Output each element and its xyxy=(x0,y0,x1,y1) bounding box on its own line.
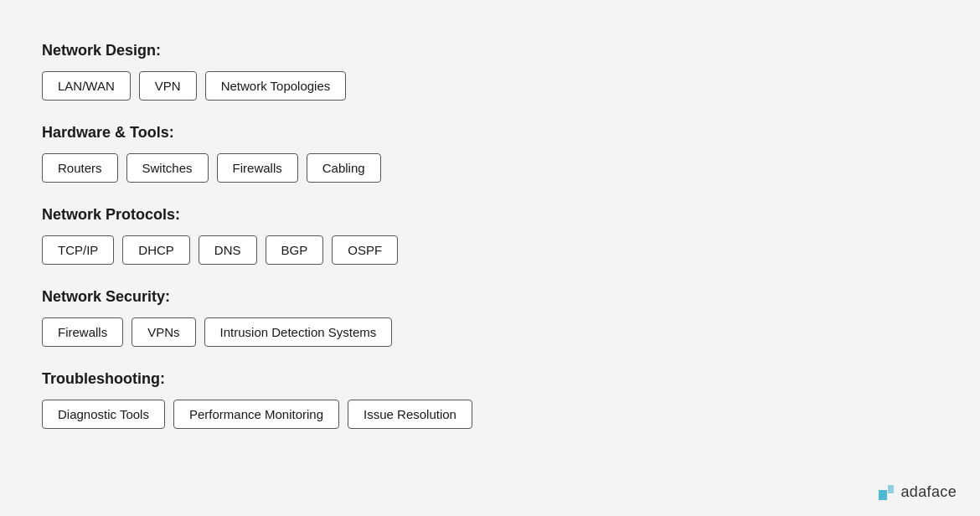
section-hardware-tools: Hardware & Tools:RoutersSwitchesFirewall… xyxy=(42,124,938,183)
svg-rect-1 xyxy=(888,485,894,493)
tag-item[interactable]: Firewalls xyxy=(217,153,298,183)
tag-item[interactable]: Cabling xyxy=(307,153,381,183)
svg-rect-0 xyxy=(879,490,887,500)
section-network-design: Network Design:LAN/WANVPNNetwork Topolog… xyxy=(42,42,938,101)
tag-item[interactable]: OSPF xyxy=(332,235,398,265)
tag-item[interactable]: VPN xyxy=(139,71,197,101)
tags-network-security: FirewallsVPNsIntrusion Detection Systems xyxy=(42,317,938,347)
tag-item[interactable]: Routers xyxy=(42,153,118,183)
tags-troubleshooting: Diagnostic ToolsPerformance MonitoringIs… xyxy=(42,400,938,429)
tag-item[interactable]: Diagnostic Tools xyxy=(42,400,165,429)
section-title-network-security: Network Security: xyxy=(42,288,938,306)
section-troubleshooting: Troubleshooting:Diagnostic ToolsPerforma… xyxy=(42,370,938,429)
brand-name: adaface xyxy=(900,483,957,501)
tag-item[interactable]: DNS xyxy=(199,235,257,265)
section-title-network-protocols: Network Protocols: xyxy=(42,206,938,224)
tag-item[interactable]: Performance Monitoring xyxy=(173,400,339,429)
tag-item[interactable]: Switches xyxy=(126,153,209,183)
brand-icon xyxy=(879,485,894,500)
branding: adaface xyxy=(879,483,957,501)
tags-hardware-tools: RoutersSwitchesFirewallsCabling xyxy=(42,153,938,183)
tag-item[interactable]: BGP xyxy=(266,235,324,265)
tags-network-protocols: TCP/IPDHCPDNSBGPOSPF xyxy=(42,235,938,265)
tag-item[interactable]: LAN/WAN xyxy=(42,71,131,101)
section-title-hardware-tools: Hardware & Tools: xyxy=(42,124,938,142)
tags-network-design: LAN/WANVPNNetwork Topologies xyxy=(42,71,938,101)
tag-item[interactable]: DHCP xyxy=(122,235,190,265)
section-title-troubleshooting: Troubleshooting: xyxy=(42,370,938,388)
tag-item[interactable]: Firewalls xyxy=(42,317,123,347)
tag-item[interactable]: Network Topologies xyxy=(205,71,347,101)
tag-item[interactable]: Issue Resolution xyxy=(348,400,472,429)
section-network-protocols: Network Protocols:TCP/IPDHCPDNSBGPOSPF xyxy=(42,206,938,265)
section-network-security: Network Security:FirewallsVPNsIntrusion … xyxy=(42,288,938,347)
tag-item[interactable]: TCP/IP xyxy=(42,235,114,265)
tag-item[interactable]: VPNs xyxy=(132,317,195,347)
section-title-network-design: Network Design: xyxy=(42,42,938,59)
tag-item[interactable]: Intrusion Detection Systems xyxy=(204,317,393,347)
main-content: Network Design:LAN/WANVPNNetwork Topolog… xyxy=(0,0,980,486)
